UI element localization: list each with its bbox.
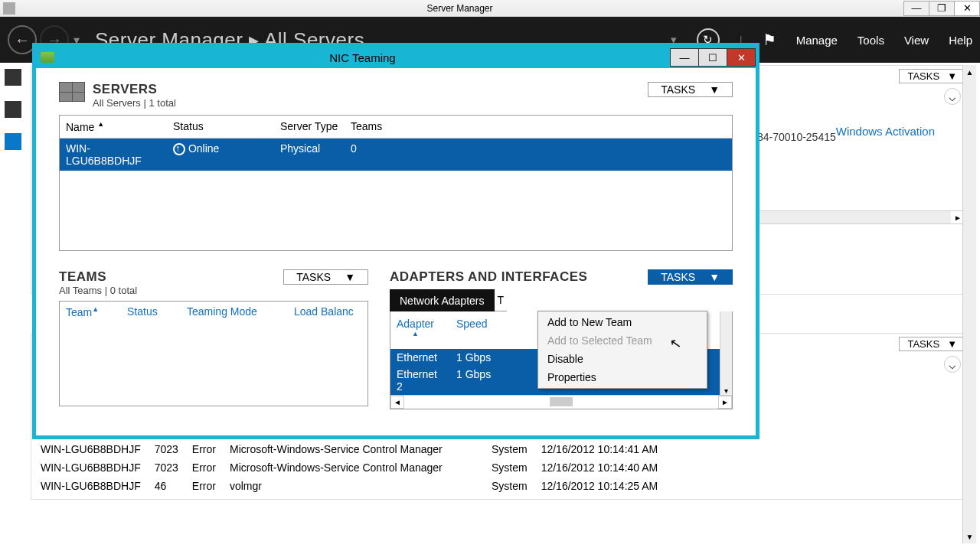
rail-local-icon[interactable] [5,101,21,118]
servers-icon [59,82,85,102]
servers-title: SERVERS [93,82,176,97]
close-button[interactable]: ✕ [954,1,980,16]
col-team-lb[interactable]: Load Balanc [288,302,360,322]
server-name: WIN-LGU6B8BDHJF [60,139,167,171]
col-team-status[interactable]: Status [121,302,181,322]
col-team-mode[interactable]: Teaming Mode [181,302,288,322]
servers-subtitle: All Servers | 1 total [93,97,176,109]
menu-view[interactable]: View [904,34,929,47]
col-type[interactable]: Server Type [274,116,345,138]
minimize-button[interactable]: — [903,1,929,16]
servers-grid: Name ▲ Status Server Type Teams WIN-LGU6… [59,115,733,251]
tasks-button-teams[interactable]: TASKS▼ [283,269,368,285]
activation-link[interactable]: Windows Activation [836,125,935,138]
main-titlebar: Server Manager — ❐ ✕ [0,0,980,17]
dialog-maximize-button[interactable]: ☐ [698,48,727,67]
event-row[interactable]: WIN-LGU6B8BDHJF7023ErrorMicrosoft-Window… [39,459,668,476]
adapter-vscroll[interactable]: ▾ [720,311,732,395]
adapter-speed: 1 Gbps [450,366,497,395]
tab-network-adapters[interactable]: Network Adapters [390,289,495,311]
collapse-button[interactable]: ⌵ [944,88,961,105]
ctx-add-new-team[interactable]: Add to New Team [540,313,705,331]
col-team[interactable]: Team▲ [60,302,121,322]
server-row[interactable]: WIN-LGU6B8BDHJF Online Physical 0 [60,139,732,171]
col-speed[interactable]: Speed [450,315,493,346]
teams-header: TEAMS All Teams | 0 total TASKS▼ [59,269,368,296]
teams-grid: Team▲ Status Teaming Mode Load Balanc [59,301,368,406]
servers-section-header: SERVERS All Servers | 1 total TASKS▼ [59,82,733,109]
menu-help[interactable]: Help [949,34,972,47]
app-icon [3,2,15,15]
tasks-button-adapters[interactable]: TASKS▼ [648,269,733,285]
adapter-name: Ethernet 2 [390,366,450,395]
server-status: Online [167,139,274,171]
servers-grid-header: Name ▲ Status Server Type Teams [60,116,732,139]
event-row[interactable]: WIN-LGU6B8BDHJF7023ErrorMicrosoft-Window… [39,441,668,458]
teams-subtitle: All Teams | 0 total [59,285,137,296]
server-teams: 0 [345,139,363,171]
adapter-hscroll[interactable]: ◄► [390,395,732,409]
tasks-button-events[interactable]: TASKS▼ [899,337,965,351]
menu-manage[interactable]: Manage [796,34,838,47]
teams-section: TEAMS All Teams | 0 total TASKS▼ Team▲ S… [59,269,368,409]
ctx-properties[interactable]: Properties [540,368,705,386]
adapter-name: Ethernet [390,349,450,366]
teams-grid-header: Team▲ Status Teaming Mode Load Balanc [60,302,368,322]
rail-dashboard-icon[interactable] [5,69,21,86]
dialog-titlebar[interactable]: NIC Teaming — ☐ ✕ [36,47,756,68]
teams-title: TEAMS [59,269,137,285]
dialog-title: NIC Teaming [54,51,671,64]
ctx-disable[interactable]: Disable [540,350,705,368]
adapters-header: ADAPTERS AND INTERFACES TASKS▼ [390,269,733,285]
dialog-minimize-button[interactable]: — [670,48,699,67]
adapter-tabs: Network Adapters T [390,289,733,311]
maximize-button[interactable]: ❐ [929,1,955,16]
online-icon [173,143,185,155]
dialog-icon [41,52,54,63]
vscrollbar[interactable]: ▲▼ [962,65,976,543]
tasks-button-servers[interactable]: TASKS▼ [648,82,733,97]
tab-team-interfaces[interactable]: T [495,289,508,311]
col-adapter[interactable]: Adapter▲ [390,315,450,346]
left-rail [5,69,28,150]
event-row[interactable]: WIN-LGU6B8BDHJF46ErrorvolmgrSystem12/16/… [39,478,668,494]
col-teams[interactable]: Teams [345,116,388,138]
window-title: Server Manager [15,3,904,14]
col-status[interactable]: Status [167,116,274,138]
dialog-close-button[interactable]: ✕ [727,48,756,67]
tasks-button-properties[interactable]: TASKS▼ [899,69,965,83]
notifications-flag-icon[interactable]: ⚑ [763,31,776,49]
server-type: Physical [274,139,345,171]
collapse-button-events[interactable]: ⌵ [944,356,961,373]
col-name[interactable]: Name ▲ [60,116,167,138]
window-controls: — ❐ ✕ [904,1,980,16]
rail-allservers-icon[interactable] [5,133,21,150]
menu-tools[interactable]: Tools [858,34,884,47]
adapters-title: ADAPTERS AND INTERFACES [390,269,587,285]
adapter-speed: 1 Gbps [450,349,497,366]
